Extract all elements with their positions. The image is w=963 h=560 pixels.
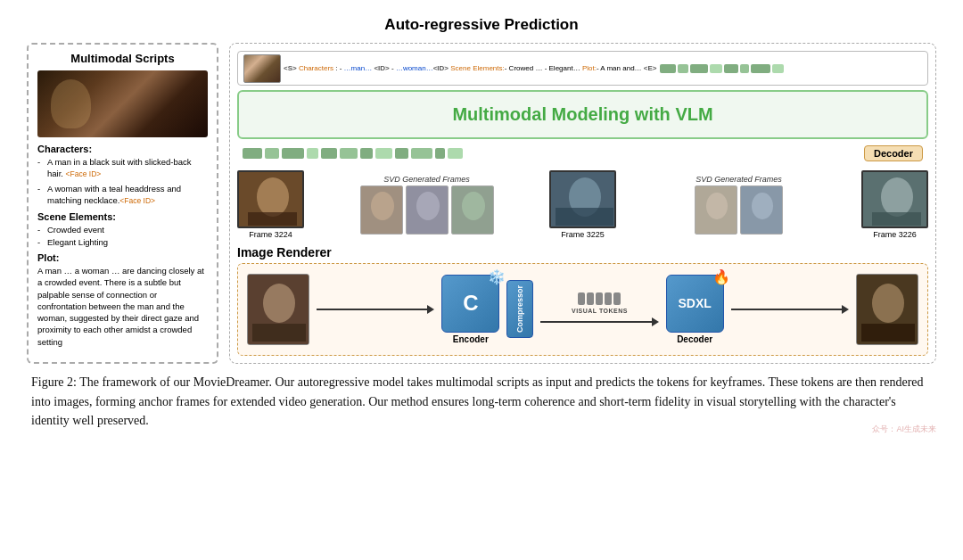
frame-3224-label: Frame 3224 bbox=[249, 230, 292, 239]
watermark: 众号：AI生成未来 bbox=[872, 424, 936, 435]
encoder-component: C ❄️ Encoder bbox=[441, 275, 499, 344]
frame-3226: Frame 3226 bbox=[861, 170, 928, 239]
scene-elements-title: Scene Elements: bbox=[37, 211, 208, 222]
svg-point-23 bbox=[872, 284, 904, 323]
svg-point-13 bbox=[706, 193, 728, 219]
sdxl-label: SDXL bbox=[678, 296, 711, 310]
frame-3225-image bbox=[549, 170, 616, 228]
svg-point-8 bbox=[462, 192, 485, 220]
visual-tokens-bars bbox=[578, 292, 621, 305]
svg-rect-24 bbox=[861, 324, 915, 342]
sdxl-box: SDXL 🔥 bbox=[666, 275, 724, 333]
decoder-badge: Decoder bbox=[864, 145, 923, 161]
decoder-output-image bbox=[856, 274, 918, 345]
vlm-box: Multimodal Modeling with VLM bbox=[237, 90, 928, 139]
arrow-3 bbox=[731, 305, 849, 314]
svg-rect-11 bbox=[556, 208, 613, 226]
svg-rect-21 bbox=[252, 324, 306, 342]
svd-frames-2 bbox=[695, 185, 783, 235]
plot-title: Plot: bbox=[37, 252, 208, 263]
svg-point-1 bbox=[257, 177, 289, 217]
arrow-1 bbox=[317, 305, 434, 314]
visual-tokens-label: VISUAL TOKENS bbox=[572, 308, 628, 314]
flame-icon: 🔥 bbox=[712, 268, 730, 285]
frame-3224-image bbox=[237, 170, 304, 228]
encoder-input-image bbox=[247, 274, 309, 345]
compressor-box: Compressor bbox=[506, 280, 533, 338]
token-text: <S> Characters : - …man… <ID> - …woman…<… bbox=[284, 64, 657, 72]
character-1: - A man in a black suit with slicked-bac… bbox=[37, 156, 208, 207]
svg-point-20 bbox=[263, 284, 295, 323]
vlm-title: Multimodal Modeling with VLM bbox=[452, 104, 712, 125]
token-bars bbox=[660, 64, 784, 73]
right-panel: <S> Characters : - …man… <ID> - …woman…<… bbox=[229, 43, 936, 364]
arrow-2 bbox=[540, 317, 658, 326]
svg-rect-2 bbox=[248, 212, 297, 226]
svg-point-4 bbox=[371, 192, 394, 220]
sdxl-component: SDXL 🔥 Decoder bbox=[666, 275, 724, 344]
image-renderer: Image Renderer bbox=[237, 245, 928, 356]
page-title: Auto-regressive Prediction bbox=[27, 16, 936, 34]
frame-3226-image bbox=[861, 170, 928, 228]
characters-title: Characters: bbox=[37, 144, 208, 154]
svd-frame-1c bbox=[451, 185, 494, 235]
svd-label-1: SVD Generated Frames bbox=[383, 175, 470, 184]
scene-elements: -Crowded event -Elegant Lighting bbox=[37, 224, 208, 248]
frame-3226-label: Frame 3226 bbox=[873, 230, 917, 239]
svg-rect-18 bbox=[872, 212, 921, 226]
svd-frame-1b bbox=[406, 185, 449, 235]
encoder-box: C ❄️ bbox=[441, 275, 499, 333]
frame-3225-label: Frame 3225 bbox=[561, 230, 605, 239]
encoder-icon: C bbox=[463, 291, 478, 316]
svd-frame-2a bbox=[695, 185, 737, 235]
compressor-component: Compressor bbox=[506, 280, 533, 338]
output-strip: Decoder bbox=[237, 144, 928, 163]
compressor-label: Compressor bbox=[515, 285, 524, 333]
script-image bbox=[37, 70, 208, 137]
snowflake-icon: ❄️ bbox=[488, 268, 506, 285]
svg-point-15 bbox=[752, 193, 773, 219]
svd-frame-2b bbox=[740, 185, 783, 235]
token-strip: <S> Characters : - …man… <ID> - …woman…<… bbox=[237, 51, 928, 86]
renderer-diagram: C ❄️ Encoder Compressor bbox=[247, 269, 918, 350]
svd-label-2: SVD Generated Frames bbox=[696, 175, 782, 184]
svd-section-2: SVD Generated Frames bbox=[621, 175, 856, 235]
visual-tokens: VISUAL TOKENS bbox=[572, 292, 628, 314]
decoder-label: Decoder bbox=[677, 334, 712, 344]
frame-3225: Frame 3225 bbox=[549, 170, 616, 239]
main-container: Auto-regressive Prediction Multimodal Sc… bbox=[0, 0, 963, 440]
renderer-title: Image Renderer bbox=[237, 245, 928, 259]
token-thumbnail bbox=[243, 54, 281, 83]
plot-text: A man … a woman … are dancing closely at… bbox=[37, 265, 208, 348]
encoder-label: Encoder bbox=[453, 334, 489, 344]
svd-frames-1 bbox=[360, 185, 494, 235]
svg-point-6 bbox=[416, 192, 440, 220]
svg-point-17 bbox=[881, 177, 913, 217]
frame-3224: Frame 3224 bbox=[237, 170, 304, 239]
diagram-area: Multimodal Scripts Characters: - A man i… bbox=[27, 43, 936, 364]
svd-frame-1a bbox=[360, 185, 403, 235]
left-panel: Multimodal Scripts Characters: - A man i… bbox=[27, 43, 218, 364]
left-panel-title: Multimodal Scripts bbox=[37, 52, 208, 65]
encoder-area: C ❄️ Encoder Compressor bbox=[237, 263, 928, 356]
frame-strip: Frame 3224 SVD Generated Frames bbox=[237, 168, 928, 241]
svd-section-1: SVD Generated Frames bbox=[309, 175, 544, 235]
figure-caption: Figure 2: The framework of our MovieDrea… bbox=[27, 373, 936, 431]
